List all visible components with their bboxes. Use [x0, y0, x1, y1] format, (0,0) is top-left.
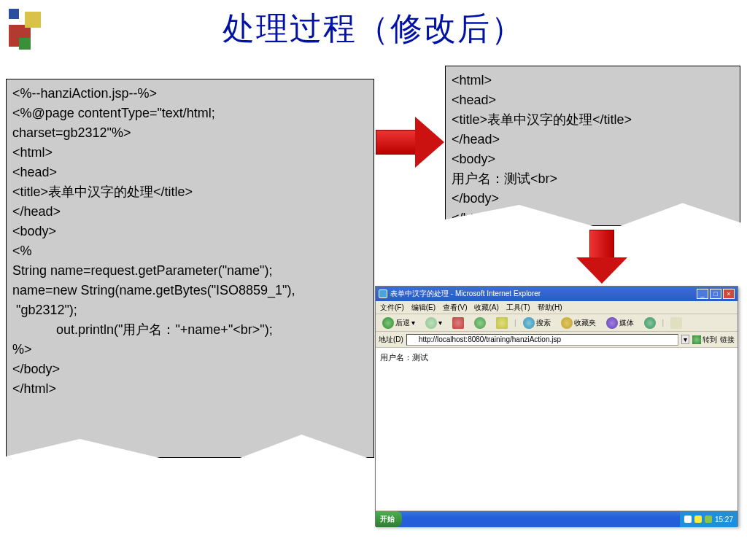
address-input[interactable]: http://localhost:8080/training/hanziActi…	[406, 334, 678, 346]
go-button[interactable]: 转到	[692, 335, 717, 345]
mail-icon	[670, 317, 682, 329]
dropdown-icon: ▾	[438, 319, 442, 327]
menu-view[interactable]: 查看(V)	[443, 303, 467, 313]
windows-taskbar[interactable]: 开始 15:27	[376, 511, 738, 527]
menu-file[interactable]: 文件(F)	[380, 303, 404, 313]
search-icon	[523, 317, 535, 329]
jsp-source-box: <%--hanziAction.jsp--%> <%@page contentT…	[6, 79, 374, 458]
clock: 15:27	[715, 516, 733, 524]
start-button[interactable]: 开始	[376, 511, 402, 527]
window-title: 表单中汉字的处理 - Microsoft Internet Explorer	[390, 289, 541, 299]
html-output-box: <html> <head> <title>表单中汉字的处理</title> </…	[445, 66, 740, 226]
go-icon	[692, 335, 701, 344]
history-icon	[644, 317, 656, 329]
back-button[interactable]: 后退 ▾	[379, 316, 419, 330]
menu-help[interactable]: 帮助(H)	[538, 303, 562, 313]
dropdown-icon: ▾	[411, 319, 415, 327]
arrow-down-icon	[576, 230, 627, 284]
history-button[interactable]	[640, 316, 659, 330]
minimize-button[interactable]: _	[697, 289, 708, 299]
refresh-icon	[474, 317, 486, 329]
close-button[interactable]: ×	[723, 289, 735, 299]
tray-icon[interactable]	[705, 516, 712, 523]
forward-icon	[425, 317, 437, 329]
star-icon	[561, 317, 573, 329]
browser-viewport: 用户名：测试	[376, 348, 738, 511]
refresh-button[interactable]	[471, 316, 489, 330]
search-button[interactable]: 搜索	[519, 316, 554, 330]
maximize-button[interactable]: □	[710, 289, 721, 299]
tray-icon[interactable]	[694, 516, 702, 523]
forward-button[interactable]: ▾	[422, 316, 446, 330]
page-output-text: 用户名：测试	[380, 353, 428, 362]
page-icon	[409, 336, 417, 343]
tray-icon[interactable]	[684, 516, 692, 523]
media-button[interactable]: 媒体	[603, 316, 638, 330]
favorites-button[interactable]: 收藏夹	[557, 316, 600, 330]
home-icon	[496, 317, 508, 329]
media-icon	[606, 317, 618, 329]
address-label: 地址(D)	[379, 335, 403, 345]
browser-menubar[interactable]: 文件(F) 编辑(E) 查看(V) 收藏(A) 工具(T) 帮助(H)	[376, 301, 738, 314]
system-tray[interactable]: 15:27	[680, 511, 738, 527]
menu-edit[interactable]: 编辑(E)	[411, 303, 436, 313]
stop-icon	[452, 317, 464, 329]
home-button[interactable]	[492, 316, 511, 330]
dropdown-icon[interactable]: ▾	[681, 335, 689, 344]
back-icon	[382, 317, 394, 329]
menu-favorites[interactable]: 收藏(A)	[474, 303, 498, 313]
links-label[interactable]: 链接	[720, 335, 735, 345]
slide-title: 处理过程（修改后）	[0, 7, 747, 50]
arrow-right-icon	[376, 117, 445, 168]
ie-icon	[379, 289, 387, 298]
browser-addressbar: 地址(D) http://localhost:8080/training/han…	[376, 332, 738, 348]
browser-titlebar[interactable]: 表单中汉字的处理 - Microsoft Internet Explorer _…	[376, 287, 738, 301]
browser-window: 表单中汉字的处理 - Microsoft Internet Explorer _…	[375, 286, 738, 526]
menu-tools[interactable]: 工具(T)	[506, 303, 530, 313]
browser-toolbar: 后退 ▾ ▾ | 搜索 收藏夹 媒体 |	[376, 314, 738, 332]
mail-button[interactable]	[667, 316, 686, 330]
stop-button[interactable]	[449, 316, 468, 330]
